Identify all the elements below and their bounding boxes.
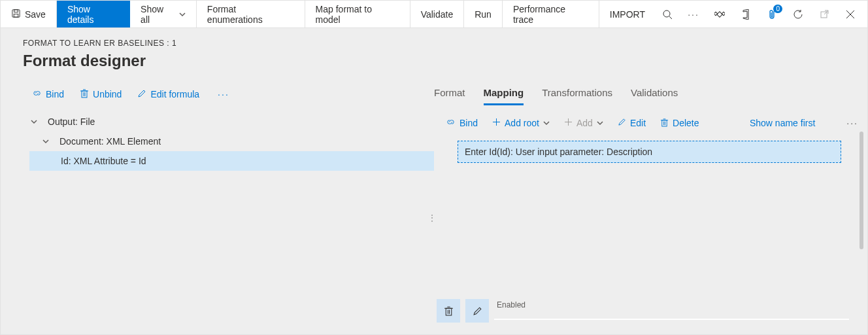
edit-formula-label: Edit formula xyxy=(150,89,199,99)
caret-down-icon xyxy=(41,137,50,146)
unbind-button[interactable]: Unbind xyxy=(73,86,128,103)
tree-node-label: Document: XML Element xyxy=(57,136,161,147)
tab-validations[interactable]: Validations xyxy=(631,84,678,105)
mapping-item[interactable]: Enter Id(Id): User input parameter: Desc… xyxy=(458,141,841,163)
run-button[interactable]: Run xyxy=(464,1,503,27)
content-area: FORMAT TO LEARN ER BASELINES : 1 Format … xyxy=(1,28,867,334)
popout-icon[interactable] xyxy=(812,1,836,28)
tree-node-label: Id: XML Attribute = Id xyxy=(58,156,146,166)
bind-button[interactable]: Bind xyxy=(25,86,71,103)
link-icon xyxy=(32,88,42,100)
svg-point-3 xyxy=(663,10,670,17)
office-icon[interactable] xyxy=(734,1,758,28)
import-label: IMPORT xyxy=(610,9,645,20)
bottom-edit-button[interactable] xyxy=(465,299,489,323)
svg-rect-2 xyxy=(14,14,18,17)
svg-line-10 xyxy=(824,10,828,14)
import-button[interactable]: IMPORT xyxy=(599,1,656,27)
mapping-item-label: Enter Id(Id): User input parameter: Desc… xyxy=(465,147,652,157)
left-pane: Bind Unbind Edit formula ··· xyxy=(1,79,434,334)
right-pane: Format Mapping Transformations Validatio… xyxy=(434,79,867,334)
show-details-button[interactable]: Show details xyxy=(57,1,130,27)
close-icon[interactable] xyxy=(839,1,862,28)
edit-formula-button[interactable]: Edit formula xyxy=(131,86,206,103)
format-enum-label: Format enumerations xyxy=(207,4,294,25)
add-button: Add xyxy=(558,115,610,131)
save-label: Save xyxy=(25,9,46,20)
validate-button[interactable]: Validate xyxy=(410,1,465,27)
trash-icon xyxy=(660,118,669,129)
badge-count: 0 xyxy=(773,5,782,13)
svg-rect-27 xyxy=(446,308,452,315)
tab-transformations[interactable]: Transformations xyxy=(542,84,612,105)
tree-node-document[interactable]: Document: XML Element xyxy=(29,132,434,151)
chevron-down-icon xyxy=(179,9,186,20)
bind-label: Bind xyxy=(46,89,64,99)
map-format-button[interactable]: Map format to model xyxy=(305,1,410,27)
svg-rect-0 xyxy=(12,9,20,16)
chevron-down-icon xyxy=(597,118,603,128)
bottom-bar: Enabled xyxy=(437,299,849,328)
search-icon[interactable] xyxy=(656,1,679,28)
show-all-dropdown[interactable]: Show all xyxy=(130,1,197,27)
caret-down-icon xyxy=(29,117,39,126)
save-button[interactable]: Save xyxy=(1,1,57,27)
plus-icon xyxy=(492,118,501,128)
map-format-label: Map format to model xyxy=(316,4,399,25)
format-tree: Output: File Document: XML Element Id: X… xyxy=(1,112,434,171)
left-more-icon[interactable]: ··· xyxy=(209,89,233,99)
svg-marker-8 xyxy=(743,9,748,20)
svg-rect-13 xyxy=(82,91,87,97)
link-icon xyxy=(446,117,456,129)
pencil-icon xyxy=(618,118,626,128)
right-tabs: Format Mapping Transformations Validatio… xyxy=(434,79,867,105)
refresh-icon[interactable] xyxy=(786,1,810,28)
tab-mapping[interactable]: Mapping xyxy=(484,84,524,105)
add-root-button[interactable]: Add root xyxy=(486,115,556,131)
plus-icon xyxy=(564,118,573,128)
tree-node-output[interactable]: Output: File xyxy=(29,112,434,132)
delete-label: Delete xyxy=(673,118,699,128)
svg-line-4 xyxy=(669,16,672,19)
perf-trace-label: Performance trace xyxy=(513,4,588,25)
add-root-label: Add root xyxy=(505,118,539,128)
trash-icon xyxy=(80,88,89,100)
attach-icon[interactable]: 0 xyxy=(760,1,784,28)
enabled-label: Enabled xyxy=(494,299,849,309)
validate-label: Validate xyxy=(421,9,454,20)
show-details-label: Show details xyxy=(67,4,119,25)
tab-format[interactable]: Format xyxy=(434,84,465,105)
pencil-icon xyxy=(137,89,146,100)
more-icon[interactable]: ··· xyxy=(682,1,705,28)
format-enumerations-button[interactable]: Format enumerations xyxy=(197,1,305,27)
right-actions: Bind Add root Add xyxy=(434,105,867,137)
save-icon xyxy=(11,9,21,20)
show-all-label: Show all xyxy=(141,4,175,25)
add-label: Add xyxy=(576,118,593,128)
top-toolbar: Save Show details Show all Format enumer… xyxy=(1,1,867,28)
edit-button[interactable]: Edit xyxy=(611,115,652,131)
chevron-down-icon xyxy=(543,118,550,128)
show-name-first[interactable]: Show name first xyxy=(750,118,815,128)
enabled-field[interactable] xyxy=(494,319,849,320)
edit-label: Edit xyxy=(630,118,646,128)
delete-button[interactable]: Delete xyxy=(654,115,705,132)
tree-node-id[interactable]: Id: XML Attribute = Id xyxy=(29,151,434,171)
svg-rect-5 xyxy=(717,11,722,16)
diamond-icon[interactable] xyxy=(708,1,731,28)
unbind-label: Unbind xyxy=(93,89,122,99)
vertical-scrollbar[interactable] xyxy=(860,132,863,249)
svg-rect-22 xyxy=(662,120,667,126)
page-title: Format designer xyxy=(1,52,867,70)
tree-node-label: Output: File xyxy=(45,116,95,127)
right-bind-label: Bind xyxy=(459,118,478,128)
performance-trace-button[interactable]: Performance trace xyxy=(503,1,599,27)
right-bind-button[interactable]: Bind xyxy=(439,115,484,132)
breadcrumb: FORMAT TO LEARN ER BASELINES : 1 xyxy=(1,28,867,52)
run-label: Run xyxy=(475,9,492,20)
bottom-delete-button[interactable] xyxy=(437,299,460,323)
left-actions: Bind Unbind Edit formula ··· xyxy=(1,79,434,112)
right-more-icon[interactable]: ··· xyxy=(843,118,862,128)
svg-rect-1 xyxy=(14,9,18,12)
